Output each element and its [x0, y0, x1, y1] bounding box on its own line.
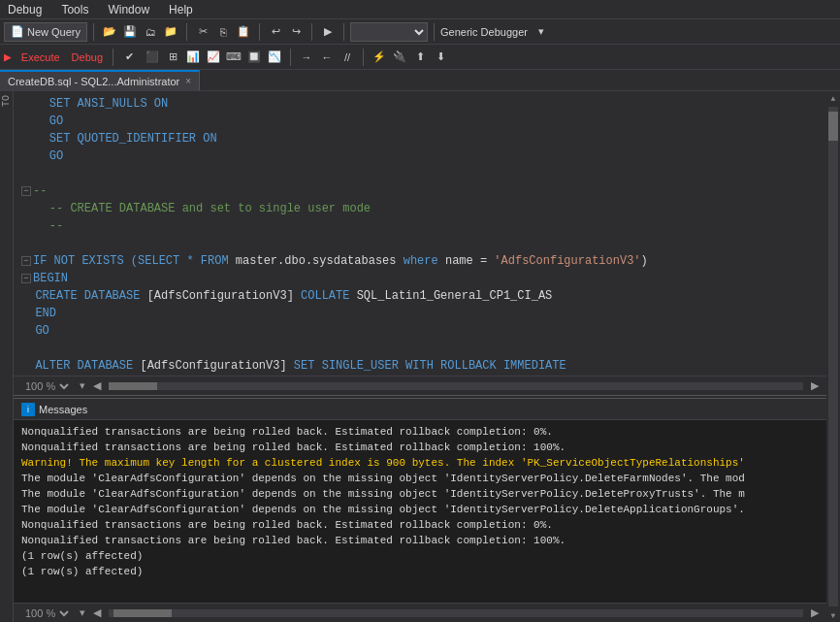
- include-plan-button[interactable]: 🔲: [244, 48, 264, 67]
- sep8: [290, 49, 291, 66]
- sep7: [113, 49, 113, 66]
- sep9: [363, 49, 364, 66]
- stop-button[interactable]: ⬛: [143, 48, 162, 67]
- scroll-thumb: [828, 112, 838, 141]
- code-line-9: [21, 235, 819, 252]
- h-thumb-editor: [109, 382, 157, 390]
- debugger-dropdown-button[interactable]: ▾: [532, 22, 551, 42]
- new-query-button[interactable]: 📄 New Query: [4, 22, 87, 42]
- main-content: TO SET ANSI_NULLS ON GO SET QUOTED_IDENT…: [0, 91, 840, 622]
- client-stats-button[interactable]: 📉: [265, 48, 284, 67]
- actual-plan-button[interactable]: 📈: [204, 48, 223, 67]
- messages-scroll-right-btn[interactable]: ▶: [811, 606, 819, 619]
- debugger-label: Generic Debugger: [440, 26, 528, 38]
- menu-help[interactable]: Help: [165, 3, 197, 16]
- code-line-16: ALTER DATABASE [AdfsConfigurationV3] SET…: [21, 357, 819, 375]
- messages-tab-label: Messages: [39, 404, 87, 415]
- code-line-3: SET QUOTED_IDENTIFIER ON: [21, 130, 819, 147]
- sqlcmd-button[interactable]: ⌨: [224, 48, 243, 67]
- undo-button[interactable]: ↩: [266, 22, 285, 42]
- app-window: Debug Tools Window Help 📄 New Query 📂 💾 …: [0, 0, 840, 622]
- scroll-up-btn[interactable]: ▲: [826, 91, 840, 105]
- copy-button[interactable]: ⎘: [213, 22, 233, 42]
- msg-line-10: (1 row(s) affected): [21, 548, 819, 564]
- debug-button[interactable]: Debug: [68, 51, 107, 63]
- menu-debug[interactable]: Debug: [4, 3, 46, 16]
- messages-zoom-icon: ▾: [80, 606, 85, 619]
- menu-tools[interactable]: Tools: [57, 3, 92, 16]
- editor-tab[interactable]: CreateDB.sql - SQL2...Administrator ×: [0, 70, 200, 90]
- indent-button[interactable]: →: [297, 48, 316, 67]
- open-folder-button[interactable]: 📂: [100, 22, 119, 42]
- sep4: [311, 23, 312, 41]
- code-line-8: --: [21, 217, 819, 235]
- h-scrollbar-messages[interactable]: [109, 609, 803, 617]
- run-query-button[interactable]: ▶: [318, 22, 338, 42]
- code-line-15: [21, 340, 819, 357]
- messages-tab-bar: i Messages: [14, 399, 826, 420]
- msg-line-7: Nonqualified transactions are being roll…: [21, 517, 819, 533]
- editor-scroll-right-btn[interactable]: ▶: [811, 379, 819, 392]
- messages-zoom-select[interactable]: 100 %: [21, 606, 72, 620]
- results-button[interactable]: ⊞: [163, 48, 182, 67]
- sep5: [343, 23, 344, 41]
- messages-content: Nonqualified transactions are being roll…: [14, 420, 826, 603]
- editor-pane: SET ANSI_NULLS ON GO SET QUOTED_IDENTIFI…: [14, 91, 826, 395]
- sep2: [186, 23, 187, 41]
- fold-minus-2[interactable]: −: [21, 256, 31, 266]
- debug-label: Debug: [72, 51, 103, 63]
- h-scrollbar-editor[interactable]: [109, 382, 803, 390]
- tab-title: CreateDB.sql - SQL2...Administrator: [8, 76, 179, 87]
- h-thumb-messages: [113, 609, 172, 617]
- messages-scroll-left-btn[interactable]: ◀: [93, 606, 101, 619]
- scroll-track[interactable]: [828, 107, 838, 606]
- comment-button[interactable]: //: [338, 48, 357, 67]
- editor-messages-area: SET ANSI_NULLS ON GO SET QUOTED_IDENTIFI…: [14, 91, 826, 622]
- messages-pane: i Messages Nonqualified transactions are…: [14, 399, 826, 622]
- editor-with-lines: SET ANSI_NULLS ON GO SET QUOTED_IDENTIFI…: [14, 91, 826, 376]
- side-label: TO: [1, 95, 12, 107]
- code-line-14: GO: [21, 322, 819, 340]
- conn-btn1[interactable]: ⚡: [370, 48, 389, 67]
- save-button[interactable]: 💾: [120, 22, 140, 42]
- code-line-7: -- CREATE DATABASE and set to single use…: [21, 200, 819, 217]
- conn-btn2[interactable]: 🔌: [390, 48, 409, 67]
- code-line-11: −BEGIN: [21, 270, 819, 287]
- editor-scroll-left-btn[interactable]: ◀: [93, 379, 101, 392]
- paste-button[interactable]: 📋: [234, 22, 253, 42]
- outdent-button[interactable]: ←: [317, 48, 337, 67]
- save-all-button[interactable]: 🗂: [141, 22, 160, 42]
- editor-zoom-icon: ▾: [80, 379, 85, 392]
- code-line-12: CREATE DATABASE [AdfsConfigurationV3] CO…: [21, 287, 819, 305]
- editor-zoom-select[interactable]: 100 %: [21, 379, 72, 393]
- menu-bar: Debug Tools Window Help: [0, 0, 840, 19]
- cut-button[interactable]: ✂: [193, 22, 212, 42]
- scroll-down-btn[interactable]: ▼: [826, 608, 840, 622]
- query-action-buttons: ⬛ ⊞ 📊 📈 ⌨ 🔲 📉: [143, 48, 284, 67]
- open-file-button[interactable]: 📁: [161, 22, 180, 42]
- code-line-6: −--: [21, 182, 819, 200]
- fold-minus-1[interactable]: −: [21, 186, 31, 196]
- estimated-plan-button[interactable]: 📊: [183, 48, 203, 67]
- execute-button[interactable]: Execute: [17, 51, 64, 63]
- tab-bar: CreateDB.sql - SQL2...Administrator ×: [0, 70, 840, 91]
- code-line-1: SET ANSI_NULLS ON: [21, 95, 819, 113]
- messages-tab[interactable]: i Messages: [21, 403, 87, 416]
- msg-line-3: Warning! The maximum key length for a cl…: [21, 455, 819, 471]
- menu-window[interactable]: Window: [104, 3, 153, 16]
- db-dropdown[interactable]: [350, 22, 428, 42]
- code-line-2: GO: [21, 113, 819, 130]
- tab-close-button[interactable]: ×: [185, 76, 191, 86]
- checkmark-button[interactable]: ✔: [119, 48, 139, 67]
- msg-line-12: (1 row(s) affected): [21, 564, 819, 579]
- fold-minus-3[interactable]: −: [21, 274, 31, 283]
- new-query-label: New Query: [27, 26, 81, 38]
- editor-scroll[interactable]: SET ANSI_NULLS ON GO SET QUOTED_IDENTIFI…: [14, 91, 826, 376]
- side-panel: TO: [0, 91, 14, 622]
- redo-button[interactable]: ↪: [286, 22, 306, 42]
- sep6: [434, 23, 435, 41]
- msg-line-4: The module 'ClearAdfsConfiguration' depe…: [21, 471, 819, 486]
- conn-btn3[interactable]: ⬆: [410, 48, 430, 67]
- edit-buttons: ✂ ⎘ 📋: [193, 22, 253, 42]
- conn-btn4[interactable]: ⬇: [431, 48, 450, 67]
